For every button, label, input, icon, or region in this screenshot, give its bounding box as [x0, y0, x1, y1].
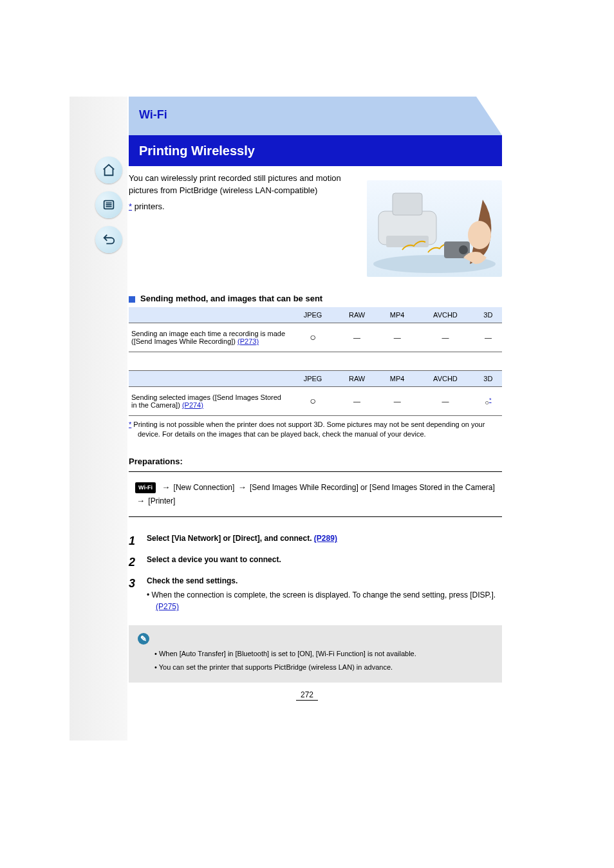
step-2-num: 2	[129, 554, 147, 571]
col2-3d: 3D	[474, 371, 502, 387]
col-mp4: MP4	[378, 307, 416, 323]
col2-raw: RAW	[336, 371, 378, 387]
row2-mp4: —	[378, 387, 416, 416]
arrow-icon: →	[136, 496, 145, 505]
intro-text: You can wirelessly print recorded still …	[129, 173, 348, 213]
row1-raw: —	[336, 323, 378, 352]
row2-avchd: —	[416, 387, 474, 416]
step-1-link[interactable]: (P289)	[314, 534, 337, 543]
col2-avchd: AVCHD	[416, 371, 474, 387]
row1-3d: —	[474, 323, 502, 352]
svg-rect-6	[393, 193, 422, 215]
row2-label: Sending selected images ([Send Images St…	[131, 393, 281, 409]
step-1-title: Select [Via Network] or [Direct], and co…	[147, 534, 312, 543]
home-icon[interactable]	[95, 156, 122, 184]
intro-p1: You can wirelessly print recorded still …	[129, 173, 348, 197]
steps: 1 Select [Via Network] or [Direct], and …	[129, 533, 502, 614]
row2-3d: ○*	[474, 387, 502, 416]
step-3-sub1-link[interactable]: (P275)	[156, 602, 179, 611]
page-number: 272	[0, 690, 614, 701]
row1-mp4: —	[378, 323, 416, 352]
step-3-num: 3	[129, 575, 147, 614]
note-bullet-2: You can set the printer that supports Pi…	[154, 662, 493, 673]
col-3d: 3D	[474, 307, 502, 323]
row2-raw: —	[336, 387, 378, 416]
modes-table-2: JPEG RAW MP4 AVCHD 3D Sending selected i…	[129, 370, 502, 416]
step-3-sub1: • When the connection is complete, the s…	[147, 590, 496, 599]
prep-seg3: [Printer]	[148, 496, 175, 505]
col-raw: RAW	[336, 307, 378, 323]
row2-jpeg: ○	[290, 387, 336, 416]
col-avchd: AVCHD	[416, 307, 474, 323]
modes-table-1: JPEG RAW MP4 AVCHD 3D Sending an image e…	[129, 307, 502, 352]
footnote-marker[interactable]: *	[129, 420, 131, 428]
row1-jpeg: ○	[290, 323, 336, 352]
step-2-title: Select a device you want to connect.	[147, 554, 502, 565]
col2-jpeg: JPEG	[290, 371, 336, 387]
svg-point-10	[468, 221, 491, 249]
prep-seg2: [Send Images While Recording] or [Send I…	[250, 483, 495, 492]
col-jpeg: JPEG	[290, 307, 336, 323]
sending-method-heading: Sending method, and images that can be s…	[129, 294, 502, 303]
step-3-title: Check the send settings.	[147, 575, 502, 587]
row2-link[interactable]: (P274)	[182, 401, 203, 409]
bullet-square-icon	[129, 296, 135, 303]
arrow-icon: →	[162, 482, 170, 492]
row1-link[interactable]: (P273)	[237, 337, 259, 345]
list-icon[interactable]	[95, 191, 122, 218]
footnote: * Printing is not possible when the prin…	[129, 420, 502, 440]
preparations-box: Wi-Fi → [New Connection] → [Send Images …	[129, 471, 502, 518]
preparations-heading: Preparations:	[129, 457, 502, 466]
printer-illustration	[367, 180, 502, 277]
nav-icons	[95, 156, 122, 261]
row2-3d-footnote-link[interactable]: *	[489, 397, 492, 403]
wifi-badge-icon: Wi-Fi	[135, 482, 156, 493]
banner-category: Wi-Fi	[139, 108, 167, 122]
prep-seg1: [New Connection]	[174, 483, 237, 492]
content: Wi-Fi Printing Wirelessly You can wirele…	[129, 97, 502, 683]
intro-p2-suffix: printers.	[132, 202, 165, 211]
svg-point-9	[459, 245, 468, 254]
note-icon: ✎	[138, 633, 149, 645]
row1-label: Sending an image each time a recording i…	[131, 330, 285, 345]
col2-mp4: MP4	[378, 371, 416, 387]
banner-title: Printing Wirelessly	[129, 135, 502, 166]
note-box: ✎ When [Auto Transfer] in [Bluetooth] is…	[129, 625, 502, 683]
back-icon[interactable]	[95, 226, 122, 253]
note-bullet-1: When [Auto Transfer] in [Bluetooth] is s…	[154, 648, 493, 659]
row1-avchd: —	[416, 323, 474, 352]
banner: Wi-Fi Printing Wirelessly	[129, 97, 502, 166]
arrow-icon: →	[238, 482, 247, 492]
step-1-num: 1	[129, 533, 147, 550]
